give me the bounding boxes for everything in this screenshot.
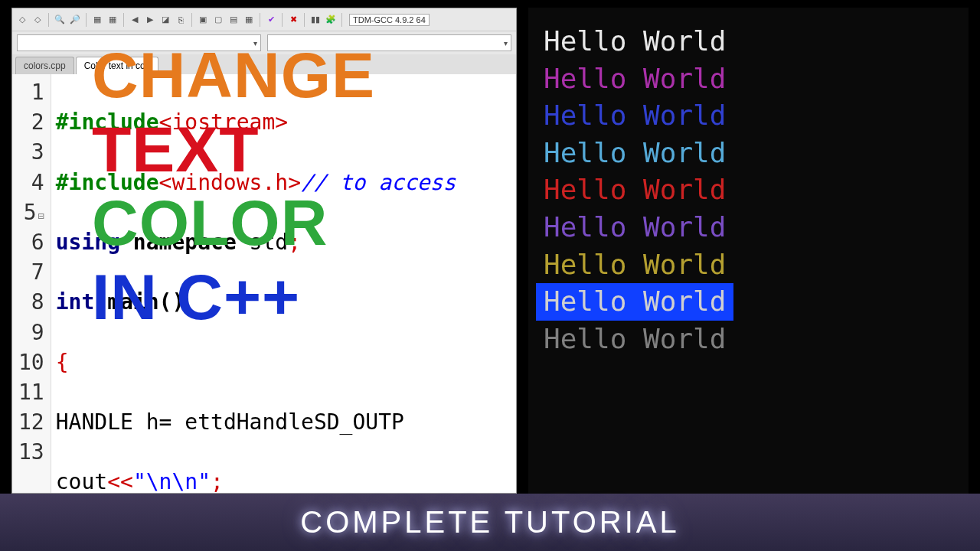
footer-text: COMPLETE TUTORIAL — [300, 505, 680, 540]
console-line: Hello World — [536, 97, 961, 135]
footer-banner: COMPLETE TUTORIAL — [0, 494, 980, 551]
chevron-down-icon: ▾ — [504, 39, 508, 47]
console-line: Hello World — [536, 135, 961, 172]
console-line: Hello World — [536, 246, 961, 284]
zoom-icon[interactable]: 🔎 — [68, 13, 82, 27]
debug-icon[interactable]: 🧩 — [324, 13, 338, 27]
chevron-down-icon: ▾ — [253, 39, 257, 47]
code-body[interactable]: #include<iostream> #include<windows.h>//… — [51, 74, 461, 493]
tile3-icon[interactable]: ▤ — [227, 13, 240, 27]
tab-color-text[interactable]: Color text in con — [76, 57, 159, 74]
redo-icon[interactable]: ▶ — [143, 13, 157, 27]
tile2-icon[interactable]: ▢ — [211, 13, 225, 27]
console-line: Hello World — [536, 171, 961, 209]
console-line: Hello World — [536, 283, 733, 321]
console-line: Hello World — [536, 60, 961, 98]
console-output: Hello World Hello World Hello World Hell… — [528, 8, 969, 494]
file-tabs: colors.cpp Color text in con — [12, 54, 516, 74]
compiler-select[interactable]: TDM-GCC 4.9.2 64 — [349, 14, 430, 26]
symbol-dropdowns: ▾ ▾ — [12, 31, 516, 54]
forward-icon[interactable]: ◇ — [31, 13, 44, 27]
back-icon[interactable]: ◇ — [15, 13, 29, 27]
search-icon[interactable]: 🔍 — [53, 13, 67, 27]
close-icon[interactable]: ✖ — [286, 13, 300, 27]
ide-panel: ◇ ◇ 🔍 🔎 ▦ ▦ ◀ ▶ ◪ ⎘ ▣ ▢ ▤ ▦ ✔ ✖ ▮▮ 🧩 — [11, 8, 517, 494]
console-line: Hello World — [536, 209, 961, 246]
console-line: Hello World — [536, 321, 961, 358]
goto-icon[interactable]: ⎘ — [174, 13, 188, 27]
scope-dropdown[interactable]: ▾ — [17, 34, 261, 51]
undo-icon[interactable]: ◀ — [128, 13, 142, 27]
member-dropdown[interactable]: ▾ — [267, 34, 511, 51]
console-line: Hello World — [536, 23, 961, 60]
list-icon[interactable]: ▦ — [90, 13, 104, 27]
bookmark-icon[interactable]: ◪ — [158, 13, 172, 27]
chart-icon[interactable]: ▮▮ — [309, 13, 322, 27]
tile1-icon[interactable]: ▣ — [196, 13, 210, 27]
grid-icon[interactable]: ▦ — [106, 13, 119, 27]
tab-colors-cpp[interactable]: colors.cpp — [15, 57, 74, 74]
tile4-icon[interactable]: ▦ — [242, 13, 256, 27]
toolbar: ◇ ◇ 🔍 🔎 ▦ ▦ ◀ ▶ ◪ ⎘ ▣ ▢ ▤ ▦ ✔ ✖ ▮▮ 🧩 — [12, 8, 516, 31]
check-icon[interactable]: ✔ — [264, 13, 278, 27]
line-gutter: 1 2 3 4 5⊟ 6 7 8 9 10 11 12 13 — [12, 74, 51, 493]
code-editor[interactable]: 1 2 3 4 5⊟ 6 7 8 9 10 11 12 13 #include<… — [12, 74, 516, 493]
